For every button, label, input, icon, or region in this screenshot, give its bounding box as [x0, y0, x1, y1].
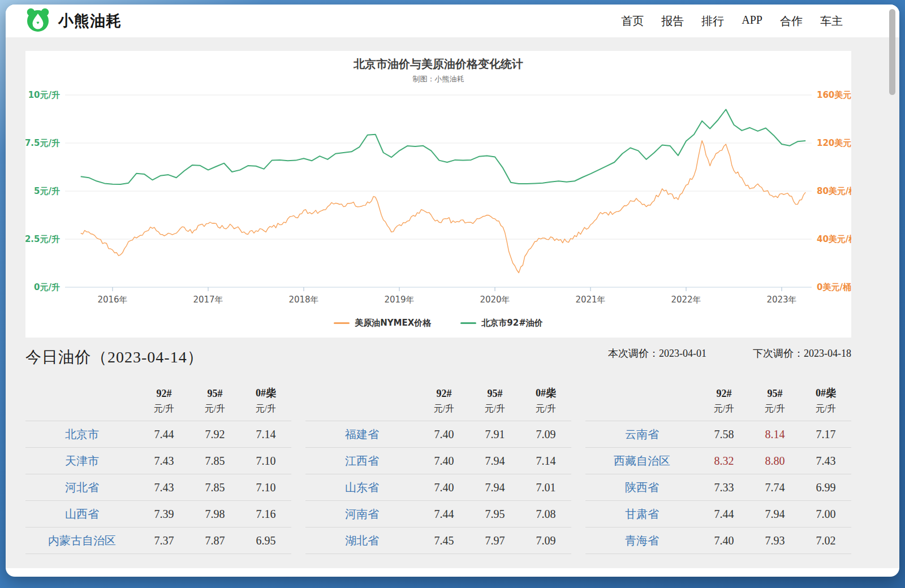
- column-header-0#柴: 0#柴元/升: [800, 386, 851, 415]
- legend-label: 北京市92#油价: [481, 318, 542, 328]
- site-title: 小熊油耗: [58, 11, 122, 31]
- svg-text:2016年: 2016年: [97, 295, 127, 305]
- table-header-row: 92#元/升95#元/升0#柴元/升: [305, 383, 571, 421]
- province-link[interactable]: 西藏自治区: [585, 453, 699, 469]
- svg-text:2023年: 2023年: [766, 295, 796, 305]
- province-link[interactable]: 湖北省: [305, 533, 419, 548]
- price-value: 7.94: [469, 455, 520, 468]
- table-row: 福建省7.407.917.09: [305, 421, 571, 448]
- price-value: 8.80: [749, 455, 800, 468]
- column-header-95#: 95#元/升: [749, 388, 800, 415]
- column-header-95#: 95#元/升: [469, 388, 520, 415]
- price-value: 7.10: [240, 481, 291, 494]
- price-value: 7.98: [189, 508, 240, 521]
- price-value: 7.58: [699, 428, 749, 441]
- province-link[interactable]: 江西省: [305, 453, 419, 469]
- nav-item-排行[interactable]: 排行: [701, 14, 724, 29]
- nav-item-合作[interactable]: 合作: [780, 14, 803, 29]
- price-value: 7.17: [800, 428, 851, 441]
- price-value: 7.43: [139, 455, 189, 468]
- price-value: 7.45: [419, 534, 469, 547]
- svg-text:0美元/桶: 0美元/桶: [817, 282, 851, 292]
- province-link[interactable]: 内蒙古自治区: [25, 533, 139, 548]
- price-chart[interactable]: 0元/升2.5元/升5元/升7.5元/升10元/升0美元/桶40美元/桶80美元…: [25, 51, 851, 338]
- column-header-92#: 92#元/升: [139, 388, 189, 415]
- nav-item-报告[interactable]: 报告: [661, 14, 684, 29]
- price-value: 7.93: [749, 534, 800, 547]
- legend-item[interactable]: 美原油NYMEX价格: [334, 318, 431, 328]
- price-value: 7.09: [520, 534, 571, 547]
- price-value: 7.94: [749, 508, 800, 521]
- table-row: 河南省7.447.957.08: [305, 501, 571, 528]
- table-row: 云南省7.588.147.17: [585, 421, 851, 448]
- table-row: 西藏自治区8.328.807.43: [585, 448, 851, 474]
- province-link[interactable]: 云南省: [585, 427, 699, 442]
- legend-item[interactable]: 北京市92#油价: [460, 318, 542, 328]
- price-value: 7.40: [419, 455, 469, 468]
- price-value: 7.95: [469, 508, 520, 521]
- price-value: 7.09: [520, 428, 571, 441]
- price-value: 6.99: [800, 481, 851, 494]
- table-header-row: 92#元/升95#元/升0#柴元/升: [25, 383, 291, 421]
- legend-label: 美原油NYMEX价格: [355, 318, 431, 328]
- price-value: 7.02: [800, 534, 851, 547]
- table-row: 天津市7.437.857.10: [25, 448, 291, 474]
- svg-text:160美元/桶: 160美元/桶: [817, 90, 851, 100]
- table-row: 内蒙古自治区7.377.876.95: [25, 528, 291, 554]
- nav-item-APP[interactable]: APP: [742, 14, 762, 29]
- table-row: 甘肃省7.447.947.00: [585, 501, 851, 528]
- legend-line-swatch: [460, 322, 476, 324]
- svg-text:10元/升: 10元/升: [28, 90, 60, 100]
- price-table-group: 92#元/升95#元/升0#柴元/升云南省7.588.147.17西藏自治区8.…: [585, 383, 851, 554]
- province-link[interactable]: 福建省: [305, 427, 419, 442]
- price-value: 7.91: [469, 428, 520, 441]
- price-value: 7.08: [520, 508, 571, 521]
- column-header-92#: 92#元/升: [419, 388, 469, 415]
- price-value: 7.87: [189, 534, 240, 547]
- column-header-0#柴: 0#柴元/升: [240, 386, 291, 415]
- price-value: 7.37: [139, 534, 189, 547]
- chart-legend: 美原油NYMEX价格北京市92#油价: [25, 318, 851, 328]
- column-header-0#柴: 0#柴元/升: [520, 386, 571, 415]
- svg-text:40美元/桶: 40美元/桶: [817, 234, 851, 244]
- price-value: 7.44: [699, 508, 749, 521]
- price-value: 7.85: [189, 481, 240, 494]
- site-logo[interactable]: 小熊油耗: [25, 7, 122, 35]
- price-value: 7.40: [419, 428, 469, 441]
- price-value: 7.40: [419, 481, 469, 494]
- price-value: 7.33: [699, 481, 749, 494]
- scrollbar-thumb[interactable]: [889, 9, 895, 95]
- province-link[interactable]: 北京市: [25, 427, 139, 442]
- svg-text:2.5元/升: 2.5元/升: [25, 234, 60, 244]
- province-price-tables: 92#元/升95#元/升0#柴元/升北京市7.447.927.14天津市7.43…: [25, 383, 851, 554]
- price-value: 7.40: [699, 534, 749, 547]
- table-row: 湖北省7.457.977.09: [305, 528, 571, 554]
- province-link[interactable]: 天津市: [25, 453, 139, 469]
- table-row: 山东省7.407.947.01: [305, 474, 571, 501]
- province-link[interactable]: 山西省: [25, 507, 139, 522]
- column-header-92#: 92#元/升: [699, 388, 749, 415]
- price-value: 7.44: [139, 428, 189, 441]
- province-link[interactable]: 甘肃省: [585, 507, 699, 522]
- price-value: 7.92: [189, 428, 240, 441]
- svg-text:2018年: 2018年: [288, 295, 318, 305]
- page-content: 0元/升2.5元/升5元/升7.5元/升10元/升0美元/桶40美元/桶80美元…: [6, 37, 899, 568]
- province-link[interactable]: 河南省: [305, 507, 419, 522]
- province-link[interactable]: 河北省: [25, 480, 139, 495]
- province-link[interactable]: 青海省: [585, 533, 699, 548]
- province-link[interactable]: 陕西省: [585, 480, 699, 495]
- province-link[interactable]: 山东省: [305, 480, 419, 495]
- price-value: 7.14: [520, 455, 571, 468]
- price-value: 7.43: [139, 481, 189, 494]
- nav-item-首页[interactable]: 首页: [621, 14, 644, 29]
- table-row: 北京市7.447.927.14: [25, 421, 291, 448]
- table-row: 山西省7.397.987.16: [25, 501, 291, 528]
- price-value: 6.95: [240, 534, 291, 547]
- legend-line-swatch: [334, 322, 350, 324]
- svg-text:80美元/桶: 80美元/桶: [817, 186, 851, 196]
- main-nav: 首页报告排行APP合作车主: [621, 14, 843, 29]
- price-table-group: 92#元/升95#元/升0#柴元/升北京市7.447.927.14天津市7.43…: [25, 383, 291, 554]
- nav-item-车主[interactable]: 车主: [820, 14, 843, 29]
- price-value: 7.00: [800, 508, 851, 521]
- svg-text:0元/升: 0元/升: [34, 282, 60, 292]
